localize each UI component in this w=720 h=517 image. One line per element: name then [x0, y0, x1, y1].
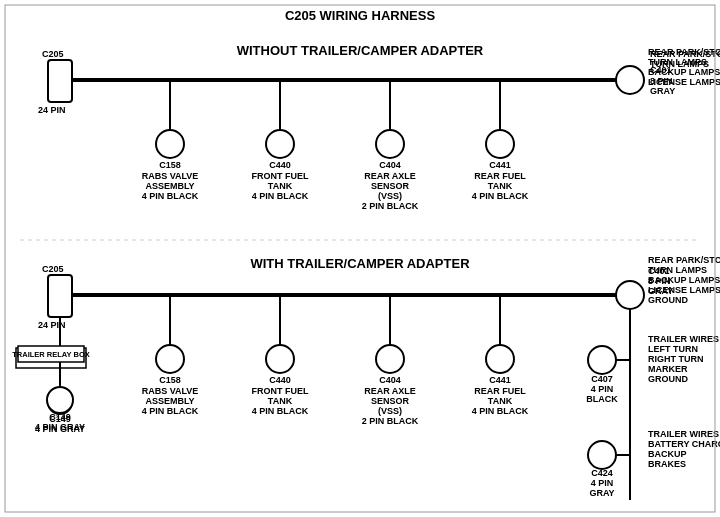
bottom-c401-r4: LICENSE LAMPS	[648, 285, 720, 295]
bottom-c407-r2: LEFT TURN	[648, 344, 698, 354]
bottom-right-connector	[616, 281, 644, 309]
top-c440-connector	[266, 130, 294, 158]
bottom-c424-r2: BATTERY CHARGE	[648, 439, 720, 449]
top-c158-label: C158	[159, 160, 181, 170]
bottom-c424-r4: BRAKES	[648, 459, 686, 469]
bottom-c424-connector	[588, 441, 616, 469]
bottom-c401-r5: GROUND	[648, 295, 688, 305]
bottom-c401-r3: BACKUP LAMPS	[648, 275, 720, 285]
top-c401-r3: BACKUP LAMPS	[648, 67, 720, 77]
top-c158-connector	[156, 130, 184, 158]
top-c440-label: C440	[269, 160, 291, 170]
top-c205-label: C205	[42, 49, 64, 59]
bottom-c407-color: BLACK	[586, 394, 618, 404]
bottom-c424-color: GRAY	[589, 488, 614, 498]
top-left-connector	[48, 60, 72, 102]
bottom-c424-pin: 4 PIN	[591, 478, 614, 488]
bottom-c205-pin: 24 PIN	[38, 320, 66, 330]
bottom-c404-d1: REAR AXLE	[364, 386, 416, 396]
bottom-c440-d3: 4 PIN BLACK	[252, 406, 309, 416]
bottom-c158-d3: 4 PIN BLACK	[142, 406, 199, 416]
top-c158-d1: RABS VALVE	[142, 171, 199, 181]
top-c404-d1: REAR AXLE	[364, 171, 416, 181]
bottom-c158-label: C158	[159, 375, 181, 385]
top-c441-d3: 4 PIN BLACK	[472, 191, 529, 201]
bottom-c407-r5: GROUND	[648, 374, 688, 384]
bottom-c404-label: C404	[379, 375, 401, 385]
bottom-c441-connector	[486, 345, 514, 373]
top-right-connector	[616, 66, 644, 94]
top-section-title: WITHOUT TRAILER/CAMPER ADAPTER	[237, 43, 484, 58]
top-c441-connector	[486, 130, 514, 158]
bottom-c441-d1: REAR FUEL	[474, 386, 526, 396]
bottom-c404-d2: SENSOR	[371, 396, 410, 406]
top-c401-r4: LICENSE LAMPS	[648, 77, 720, 87]
bottom-c158-connector	[156, 345, 184, 373]
trailer-relay-box-text1: TRAILER RELAY BOX	[12, 350, 90, 359]
bottom-c440-label: C440	[269, 375, 291, 385]
c149-pin: 4 PIN GRAY	[35, 422, 85, 432]
top-c440-d2: TANK	[268, 181, 293, 191]
top-c401-color: GRAY	[650, 86, 675, 96]
bottom-c407-r1: TRAILER WIRES	[648, 334, 719, 344]
bottom-c441-label: C441	[489, 375, 511, 385]
top-c441-d2: TANK	[488, 181, 513, 191]
top-c158-d3: 4 PIN BLACK	[142, 191, 199, 201]
bottom-c158-d2: ASSEMBLY	[145, 396, 194, 406]
bottom-c158-d1: RABS VALVE	[142, 386, 199, 396]
bottom-c424-label: C424	[591, 468, 613, 478]
bottom-c401-r2: TURN LAMPS	[648, 265, 707, 275]
top-c401-r1: REAR PARK/STOP	[648, 47, 720, 57]
top-c441-d1: REAR FUEL	[474, 171, 526, 181]
bottom-c424-r1: TRAILER WIRES	[648, 429, 719, 439]
top-c440-d3: 4 PIN BLACK	[252, 191, 309, 201]
top-c440-d1: FRONT FUEL	[252, 171, 309, 181]
bottom-c407-pin: 4 PIN	[591, 384, 614, 394]
c149-connector	[47, 387, 73, 413]
top-c158-d2: ASSEMBLY	[145, 181, 194, 191]
bottom-c404-d4: 2 PIN BLACK	[362, 416, 419, 426]
page-title: C205 WIRING HARNESS	[285, 8, 436, 23]
top-c404-connector	[376, 130, 404, 158]
bottom-c205-label: C205	[42, 264, 64, 274]
bottom-c401-r1: REAR PARK/STOP	[648, 255, 720, 265]
top-c404-label: C404	[379, 160, 401, 170]
bottom-c407-connector	[588, 346, 616, 374]
bottom-c441-d3: 4 PIN BLACK	[472, 406, 529, 416]
top-c404-d2: SENSOR	[371, 181, 410, 191]
bottom-c407-r4: MARKER	[648, 364, 688, 374]
top-c441-label: C441	[489, 160, 511, 170]
top-c404-d4: 2 PIN BLACK	[362, 201, 419, 211]
bottom-c440-d2: TANK	[268, 396, 293, 406]
bottom-c440-d1: FRONT FUEL	[252, 386, 309, 396]
bottom-c407-label: C407	[591, 374, 613, 384]
c149-label: C149	[49, 412, 71, 422]
bottom-c424-r3: BACKUP	[648, 449, 687, 459]
top-c401-r2: TURN LAMPS	[648, 57, 707, 67]
bottom-c441-d2: TANK	[488, 396, 513, 406]
bottom-c440-connector	[266, 345, 294, 373]
bottom-c404-connector	[376, 345, 404, 373]
bottom-c407-r3: RIGHT TURN	[648, 354, 704, 364]
top-c205-pin: 24 PIN	[38, 105, 66, 115]
bottom-left-connector	[48, 275, 72, 317]
bottom-section-title: WITH TRAILER/CAMPER ADAPTER	[250, 256, 470, 271]
top-c404-d3: (VSS)	[378, 191, 402, 201]
bottom-c404-d3: (VSS)	[378, 406, 402, 416]
